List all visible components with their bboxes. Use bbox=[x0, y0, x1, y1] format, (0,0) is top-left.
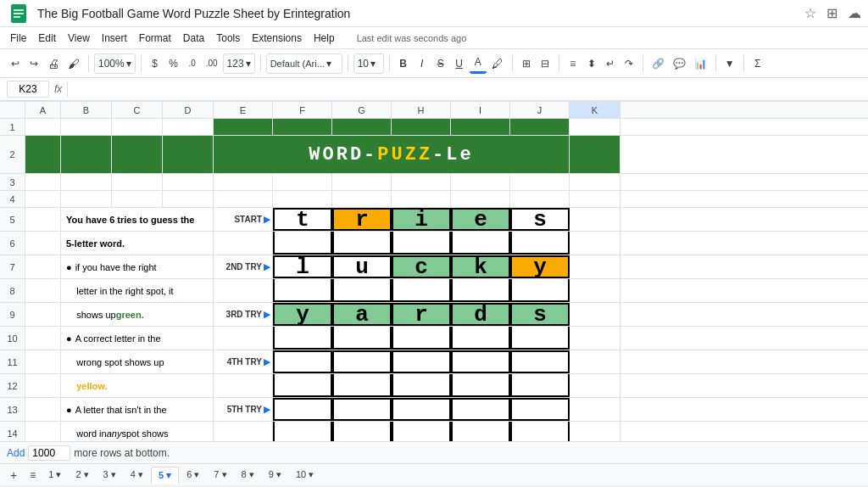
cell-A12[interactable] bbox=[25, 374, 61, 397]
font-dropdown[interactable]: Default (Ari... ▾ bbox=[266, 53, 342, 74]
puzzle-F7[interactable]: l bbox=[273, 255, 332, 278]
cell-D2[interactable] bbox=[163, 136, 214, 173]
cloud-icon[interactable]: ☁ bbox=[848, 5, 861, 21]
cell-C2[interactable] bbox=[112, 136, 163, 173]
cell-B7-content[interactable]: ● if you have the right bbox=[61, 255, 214, 278]
borders-button[interactable]: ⊞ bbox=[518, 53, 535, 74]
cell-A6[interactable] bbox=[25, 232, 61, 255]
filter-button[interactable]: ▼ bbox=[721, 53, 738, 74]
cell-H3[interactable] bbox=[392, 174, 451, 190]
puzzle-H6[interactable] bbox=[392, 232, 451, 255]
functions-button[interactable]: Σ bbox=[749, 53, 766, 74]
cell-J3[interactable] bbox=[510, 174, 570, 190]
bold-button[interactable]: B bbox=[395, 53, 412, 74]
italic-button[interactable]: I bbox=[414, 53, 431, 74]
cell-B9-content[interactable]: shows up green. bbox=[61, 303, 214, 326]
cell-A11[interactable] bbox=[25, 350, 61, 373]
tab-4[interactable]: 4 ▾ bbox=[124, 467, 150, 483]
tab-2[interactable]: 2 ▾ bbox=[69, 467, 95, 483]
puzzle-I6[interactable] bbox=[451, 232, 510, 255]
tab-1[interactable]: 1 ▾ bbox=[42, 467, 68, 483]
cell-E14[interactable] bbox=[214, 422, 273, 441]
puzzle-F5[interactable]: t bbox=[273, 208, 332, 231]
tab-3[interactable]: 3 ▾ bbox=[97, 467, 123, 483]
puzzle-F11[interactable] bbox=[273, 350, 332, 373]
puzzle-I5[interactable]: e bbox=[451, 208, 510, 231]
cell-E11-4th[interactable]: 4TH TRY ▶ bbox=[214, 350, 273, 373]
puzzle-H9[interactable]: r bbox=[392, 303, 451, 326]
add-sheet-button[interactable]: + bbox=[3, 466, 24, 484]
sheets-list-button[interactable]: ≡ bbox=[25, 467, 41, 484]
percent-button[interactable]: % bbox=[165, 53, 182, 74]
puzzle-H5[interactable]: i bbox=[392, 208, 451, 231]
cell-K10[interactable] bbox=[570, 327, 620, 350]
puzzle-G6[interactable] bbox=[332, 232, 392, 255]
rotate-button[interactable]: ↷ bbox=[620, 53, 637, 74]
cell-A9[interactable] bbox=[25, 303, 61, 326]
cell-E8[interactable] bbox=[214, 279, 273, 302]
cell-J1[interactable] bbox=[510, 119, 570, 135]
cell-D4[interactable] bbox=[163, 191, 214, 207]
redo-button[interactable]: ↪ bbox=[25, 53, 42, 74]
tab-5-active[interactable]: 5 ▾ bbox=[151, 467, 179, 484]
cell-K2[interactable] bbox=[570, 136, 620, 173]
more-formats-dropdown[interactable]: 123 ▾ bbox=[223, 53, 255, 74]
tab-8[interactable]: 8 ▾ bbox=[235, 467, 261, 483]
cell-B13-content[interactable]: ● A letter that isn't in the bbox=[61, 398, 214, 421]
menu-data[interactable]: Data bbox=[178, 31, 209, 46]
tab-6[interactable]: 6 ▾ bbox=[180, 467, 206, 483]
paintformat-button[interactable]: 🖌 bbox=[64, 53, 83, 74]
cell-K9[interactable] bbox=[570, 303, 620, 326]
cell-B4[interactable] bbox=[61, 191, 112, 207]
cell-C3[interactable] bbox=[112, 174, 163, 190]
menu-file[interactable]: File bbox=[5, 31, 31, 46]
cell-E10[interactable] bbox=[214, 327, 273, 350]
puzzle-H13[interactable] bbox=[392, 398, 451, 421]
cell-E9-3rd[interactable]: 3RD TRY ▶ bbox=[214, 303, 273, 326]
puzzle-J14[interactable] bbox=[510, 422, 570, 441]
cell-K8[interactable] bbox=[570, 279, 620, 302]
cell-K13[interactable] bbox=[570, 398, 620, 421]
cell-B8-content[interactable]: letter in the right spot, it bbox=[61, 279, 214, 302]
font-size-dropdown[interactable]: 10 ▾ bbox=[353, 53, 384, 74]
align-h-button[interactable]: ≡ bbox=[565, 53, 581, 74]
cell-K4[interactable] bbox=[570, 191, 620, 207]
cell-E3[interactable] bbox=[214, 174, 273, 190]
puzzle-I14[interactable] bbox=[451, 422, 510, 441]
puzzle-F8[interactable] bbox=[273, 279, 332, 302]
cell-B11-content[interactable]: wrong spot shows up bbox=[61, 350, 214, 373]
puzzle-F9[interactable]: y bbox=[273, 303, 332, 326]
cell-F1[interactable] bbox=[273, 119, 332, 135]
strikethrough-button[interactable]: S bbox=[432, 53, 449, 74]
puzzle-J8[interactable] bbox=[510, 279, 570, 302]
cell-A13[interactable] bbox=[25, 398, 61, 421]
cell-G4[interactable] bbox=[332, 191, 392, 207]
cell-B6-merged[interactable]: 5-letter word. bbox=[61, 232, 214, 255]
menu-extensions[interactable]: Extensions bbox=[247, 31, 307, 46]
star-icon[interactable]: ☆ bbox=[804, 5, 816, 21]
link-button[interactable]: 🔗 bbox=[648, 53, 668, 74]
puzzle-G14[interactable] bbox=[332, 422, 392, 441]
cell-reference-input[interactable]: K23 bbox=[7, 81, 49, 98]
cell-E6[interactable] bbox=[214, 232, 273, 255]
cell-I4[interactable] bbox=[451, 191, 510, 207]
decimal1-button[interactable]: .0 bbox=[184, 53, 201, 74]
puzzle-J13[interactable] bbox=[510, 398, 570, 421]
cell-B1[interactable] bbox=[61, 119, 112, 135]
cell-A7[interactable] bbox=[25, 255, 61, 278]
puzzle-I8[interactable] bbox=[451, 279, 510, 302]
puzzle-J10[interactable] bbox=[510, 327, 570, 350]
cell-K1[interactable] bbox=[570, 119, 620, 135]
puzzle-G9[interactable]: a bbox=[332, 303, 392, 326]
cell-G3[interactable] bbox=[332, 174, 392, 190]
zoom-dropdown[interactable]: 100% ▾ bbox=[94, 53, 136, 74]
cell-E5[interactable]: START ▶ bbox=[214, 208, 273, 231]
puzzle-H11[interactable] bbox=[392, 350, 451, 373]
cell-K12[interactable] bbox=[570, 374, 620, 397]
cell-F3[interactable] bbox=[273, 174, 332, 190]
puzzle-I12[interactable] bbox=[451, 374, 510, 397]
cell-K3[interactable] bbox=[570, 174, 620, 190]
puzzle-H10[interactable] bbox=[392, 327, 451, 350]
puzzle-G13[interactable] bbox=[332, 398, 392, 421]
cell-A3[interactable] bbox=[25, 174, 61, 190]
